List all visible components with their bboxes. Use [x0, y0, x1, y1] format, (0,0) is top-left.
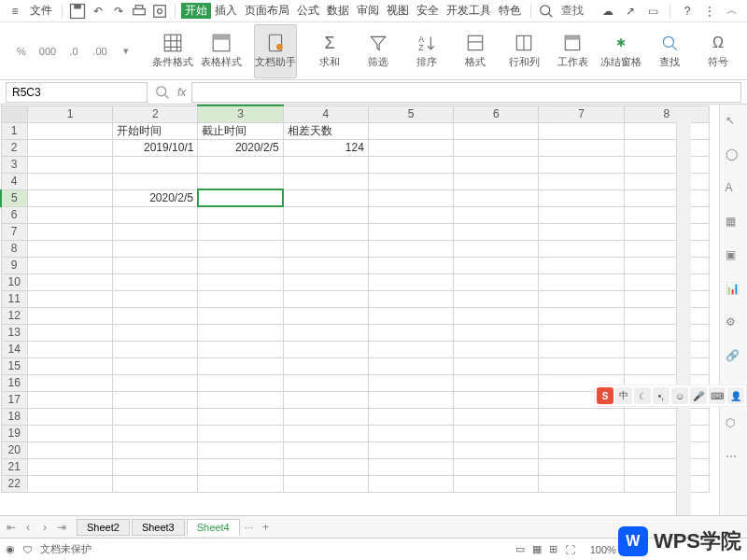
- row-header[interactable]: 10: [1, 273, 27, 290]
- tab-first-icon[interactable]: ⇤: [4, 521, 19, 534]
- cell[interactable]: [368, 324, 453, 341]
- component-icon[interactable]: ▣: [726, 248, 742, 265]
- cell[interactable]: [539, 357, 624, 374]
- cell[interactable]: [539, 257, 624, 273]
- help-icon[interactable]: ?: [678, 2, 697, 21]
- cell[interactable]: [624, 173, 709, 189]
- cell[interactable]: [624, 156, 709, 173]
- cell[interactable]: [198, 425, 283, 441]
- ime-mic-icon[interactable]: 🎤: [690, 387, 707, 404]
- menu-tab-3[interactable]: 公式: [293, 3, 323, 19]
- menu-tab-5[interactable]: 审阅: [353, 3, 383, 19]
- cell[interactable]: [27, 374, 112, 391]
- cell[interactable]: [27, 189, 112, 206]
- cell[interactable]: [454, 156, 539, 173]
- row-header[interactable]: 16: [1, 374, 27, 391]
- cell[interactable]: [539, 189, 624, 206]
- cell[interactable]: [113, 441, 198, 458]
- cell[interactable]: 相差天数: [283, 122, 368, 139]
- cell[interactable]: [283, 441, 368, 458]
- save-icon[interactable]: [68, 2, 87, 21]
- cell[interactable]: [198, 458, 283, 475]
- cell[interactable]: [539, 408, 624, 425]
- cell[interactable]: [198, 223, 283, 240]
- cell[interactable]: [368, 156, 453, 173]
- view-normal-icon[interactable]: ▭: [515, 543, 525, 555]
- cell[interactable]: [27, 357, 112, 374]
- cell[interactable]: [283, 273, 368, 290]
- cell[interactable]: [539, 475, 624, 492]
- cell[interactable]: [198, 290, 283, 307]
- tab-prev-icon[interactable]: ‹: [21, 521, 35, 534]
- cell[interactable]: [27, 173, 112, 189]
- cell[interactable]: [283, 173, 368, 189]
- menu-tab-7[interactable]: 安全: [413, 3, 443, 19]
- row-header[interactable]: 2: [1, 139, 27, 156]
- thousands-button[interactable]: 000: [37, 42, 58, 61]
- cell[interactable]: [283, 391, 368, 408]
- cell[interactable]: [113, 408, 198, 425]
- cell[interactable]: [624, 122, 709, 139]
- row-header[interactable]: 6: [1, 206, 27, 223]
- cell[interactable]: [454, 173, 539, 189]
- link-icon[interactable]: 🔗: [726, 349, 742, 366]
- cell[interactable]: [27, 458, 112, 475]
- cell[interactable]: [454, 273, 539, 290]
- select-all-corner[interactable]: [1, 105, 27, 122]
- cell[interactable]: [198, 240, 283, 257]
- tab-add-icon[interactable]: +: [259, 521, 274, 534]
- cell[interactable]: 开始时间: [113, 122, 198, 139]
- cell[interactable]: [113, 290, 198, 307]
- ime-lang-icon[interactable]: 中: [615, 387, 632, 404]
- cell[interactable]: [454, 139, 539, 156]
- percent-button[interactable]: %: [11, 42, 32, 61]
- cell[interactable]: [283, 307, 368, 324]
- cell[interactable]: [198, 156, 283, 173]
- cell[interactable]: [27, 156, 112, 173]
- cell[interactable]: [368, 341, 453, 357]
- cell[interactable]: [198, 257, 283, 273]
- ime-punct-icon[interactable]: •,: [653, 387, 669, 404]
- cell[interactable]: [27, 257, 112, 273]
- col-header[interactable]: 3: [198, 105, 283, 122]
- cell[interactable]: [539, 223, 624, 240]
- chart-tool-icon[interactable]: 📊: [726, 282, 742, 299]
- cell[interactable]: [624, 290, 709, 307]
- hamburger-icon[interactable]: ≡: [6, 2, 24, 21]
- row-header[interactable]: 13: [1, 324, 27, 341]
- menu-tab-4[interactable]: 数据: [323, 3, 353, 19]
- cell[interactable]: [454, 189, 539, 206]
- row-header[interactable]: 3: [1, 156, 27, 173]
- cell[interactable]: [27, 240, 112, 257]
- cell[interactable]: [113, 257, 198, 273]
- sum-button[interactable]: Σ 求和: [308, 24, 351, 78]
- cell[interactable]: [113, 223, 198, 240]
- cell[interactable]: [283, 290, 368, 307]
- cell[interactable]: [368, 139, 453, 156]
- cell[interactable]: [113, 475, 198, 492]
- cell[interactable]: [368, 240, 453, 257]
- col-header[interactable]: 4: [283, 105, 368, 122]
- cell[interactable]: [368, 122, 453, 139]
- cell[interactable]: [113, 206, 198, 223]
- cell[interactable]: [539, 139, 624, 156]
- cell[interactable]: [368, 173, 453, 189]
- cell[interactable]: [368, 441, 453, 458]
- cell[interactable]: [27, 425, 112, 441]
- tab-more-icon[interactable]: ···: [242, 521, 257, 534]
- cell[interactable]: 2019/10/1: [113, 139, 198, 156]
- cell[interactable]: [368, 290, 453, 307]
- cell[interactable]: [368, 206, 453, 223]
- undo-icon[interactable]: ↶: [89, 2, 107, 21]
- redo-icon[interactable]: ↷: [109, 2, 128, 21]
- table-tool-icon[interactable]: ▦: [726, 215, 742, 231]
- decimal-increase-button[interactable]: .0: [63, 42, 84, 61]
- view-page-icon[interactable]: ▦: [532, 543, 542, 555]
- cell[interactable]: [454, 122, 539, 139]
- window-icon[interactable]: ▭: [643, 2, 662, 21]
- cell[interactable]: [27, 307, 112, 324]
- ime-emoji-icon[interactable]: ☺: [671, 387, 688, 404]
- cell[interactable]: [539, 425, 624, 441]
- cell[interactable]: [368, 307, 453, 324]
- sogou-icon[interactable]: S: [597, 387, 613, 404]
